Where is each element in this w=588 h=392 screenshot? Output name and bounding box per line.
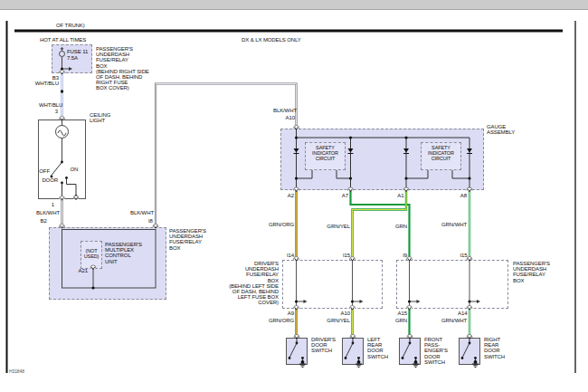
blk-wht-label-2: BLK/WHT xyxy=(130,210,154,215)
grn-label-2: GRN xyxy=(395,318,407,323)
blk-wht-wire-gauge xyxy=(156,84,297,228)
pin-a14-label: A14 xyxy=(458,311,467,316)
safety-indicator-label-1: SAFETY INDICATOR CIRCUIT xyxy=(305,145,346,161)
pin-a1-label: A1 xyxy=(397,193,403,198)
trunk-note: OF TRUNK) xyxy=(56,23,85,28)
passenger-fusebox-note-lower: PASSENGER'S UNDERDASH FUSE/RELAY BOX xyxy=(513,261,550,283)
models-note: DX & LX MODELS ONLY xyxy=(242,37,301,43)
multiplex-unit-label: PASSENGER'S MULTIPLEX CONTROL UNIT xyxy=(105,242,142,264)
front-passenger-door-switch-box xyxy=(399,338,421,365)
driver-door-switch-box xyxy=(286,338,308,365)
pin-a9-label: A9 xyxy=(288,311,294,316)
wht-blu-label-1: WHT/BLU xyxy=(35,81,59,86)
grn-org-label-1: GRN/ORG xyxy=(269,222,294,227)
left-rear-door-switch-label: LEFT REAR DOOR SWITCH xyxy=(367,337,388,359)
passenger-fusebox-note-upper: PASSENGER'S UNDERDASH FUSE/RELAY BOX (BE… xyxy=(96,46,149,91)
grn-wht-label-2: GRN/WHT xyxy=(441,318,467,323)
driver-fusebox-note: DRIVER'S UNDERDASH FUSE/RELAY BOX (BEHIN… xyxy=(229,261,279,306)
blk-wht-label-1: BLK/WHT xyxy=(36,210,60,215)
diagram-id: H31848 xyxy=(9,369,24,374)
pin-i14-label: I14 xyxy=(287,253,294,258)
off-label: OFF xyxy=(39,168,50,174)
grn-yel-label-1: GRN/YEL xyxy=(327,224,350,229)
not-used-label: (NOT USED) xyxy=(81,248,102,259)
window-top-bar xyxy=(0,0,588,10)
on-label: ON xyxy=(71,167,79,172)
left-rear-door-switch-box xyxy=(342,338,364,365)
safety-indicator-label-2: SAFETY INDICATOR CIRCUIT xyxy=(421,145,461,161)
pin-a7-label: A7 xyxy=(342,193,348,198)
wht-blu-label-2: WHT/BLU xyxy=(39,102,62,108)
pin-i15-label-a: I15 xyxy=(343,253,350,258)
fuse-name-label: FUSE 11 xyxy=(67,49,88,54)
grn-org-label-2: GRN/ORG xyxy=(269,318,294,323)
right-rear-door-switch-label: RIGHT REAR DOOR SWITCH xyxy=(484,337,505,359)
pin-3-label: 3 xyxy=(55,109,58,114)
pin-i8-label: I8 xyxy=(148,218,153,224)
gauge-assembly-label: GAUGE ASSEMBLY xyxy=(487,124,515,135)
grn-label-1: GRN xyxy=(395,224,407,229)
passenger-fusebox-note-mid: PASSENGER'S UNDERDASH FUSE/RELAY BOX xyxy=(169,228,206,251)
front-passenger-door-switch-label: FRONT PASS- ENGER'S DOOR SWITCH xyxy=(424,337,448,365)
pin-i9-label: I9 xyxy=(403,253,407,258)
grn-wht-label-1: GRN/WHT xyxy=(441,222,467,227)
pin-a15-label: A15 xyxy=(398,311,407,316)
pin-a21-label: A21 xyxy=(79,268,88,273)
grn-yel-label-2: GRN/YEL xyxy=(327,318,350,323)
pin-1-label: 1 xyxy=(52,202,54,207)
door-label: DOOR xyxy=(42,177,58,183)
driver-underdash-box xyxy=(282,260,383,309)
pin-b2-label: B2 xyxy=(41,218,47,224)
driver-door-switch-label: DRIVER'S DOOR SWITCH xyxy=(311,337,336,354)
pin-a10-label-b: A10 xyxy=(341,311,350,316)
wiring-diagram-canvas: OF TRUNK) HOT AT ALL TIMES DX & LX MODEL… xyxy=(0,0,588,392)
pin-i15-label-b: I15 xyxy=(460,253,467,258)
pin-a10-gauge-label: A10 xyxy=(286,115,295,120)
pin-a2-label: A2 xyxy=(288,193,294,198)
ceiling-light-label: CEILING LIGHT xyxy=(90,112,110,123)
right-rear-door-switch-box xyxy=(459,338,480,365)
hot-at-all-times-label: HOT AT ALL TIMES xyxy=(40,37,86,43)
fuse-rating-label: 7.5A xyxy=(67,55,78,61)
passenger-underdash-box-lower xyxy=(396,260,508,309)
ceiling-light-box xyxy=(38,120,86,199)
blk-wht-label-3: BLK/WHT xyxy=(273,108,297,113)
pin-a8-label: A8 xyxy=(460,193,467,198)
